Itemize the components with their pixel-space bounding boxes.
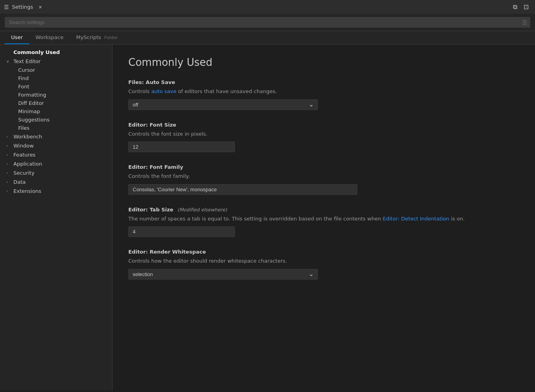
setting-editor-font-family-description: Controls the font family. bbox=[128, 172, 519, 180]
chevron-right-icon: › bbox=[6, 180, 13, 184]
sidebar-item-font[interactable]: Font bbox=[0, 82, 112, 91]
sidebar-item-diff-editor[interactable]: Diff Editor bbox=[0, 99, 112, 107]
detect-indentation-link[interactable]: Editor: Detect Indentation bbox=[383, 216, 449, 222]
auto-save-link[interactable]: auto save bbox=[151, 88, 176, 94]
tab-user[interactable]: User bbox=[5, 31, 29, 44]
chevron-right-icon: › bbox=[6, 171, 13, 175]
setting-editor-font-family-label: Editor: Font Family bbox=[128, 164, 519, 170]
sidebar-item-find[interactable]: Find bbox=[0, 74, 112, 82]
main-layout: Commonly Used ∨ Text Editor Cursor Find … bbox=[0, 45, 535, 390]
sidebar-item-features[interactable]: › Features bbox=[0, 150, 112, 159]
editor-font-size-input[interactable] bbox=[128, 142, 235, 152]
chevron-right-icon: › bbox=[6, 189, 13, 193]
setting-editor-font-size-label: Editor: Font Size bbox=[128, 122, 519, 128]
setting-editor-font-size: Editor: Font Size Controls the font size… bbox=[128, 122, 519, 153]
files-auto-save-select-wrapper: off afterDelay onFocusChange onWindowCha… bbox=[128, 99, 318, 110]
sidebar-item-text-editor[interactable]: ∨ Text Editor bbox=[0, 57, 112, 66]
sidebar-item-extensions[interactable]: › Extensions bbox=[0, 187, 112, 196]
open-settings-json-button[interactable]: ⧉ bbox=[511, 2, 520, 11]
sidebar-item-cursor[interactable]: Cursor bbox=[0, 66, 112, 74]
setting-editor-tab-size-description: The number of spaces a tab is equal to. … bbox=[128, 215, 519, 223]
tab-workspace[interactable]: Workspace bbox=[29, 31, 70, 44]
chevron-right-icon: › bbox=[6, 134, 13, 139]
sidebar-item-data[interactable]: › Data bbox=[0, 177, 112, 187]
sidebar-item-security[interactable]: › Security bbox=[0, 168, 112, 177]
setting-modified-note: (Modified elsewhere) bbox=[177, 207, 227, 213]
sidebar-item-formatting[interactable]: Formatting bbox=[0, 91, 112, 99]
tab-myscripts-sublabel: Folder bbox=[104, 35, 118, 40]
content-area: Commonly Used Files: Auto Save Controls … bbox=[113, 45, 535, 390]
sidebar-item-application[interactable]: › Application bbox=[0, 159, 112, 168]
title-bar-actions: ⧉ ⊡ bbox=[511, 2, 531, 11]
setting-files-auto-save: Files: Auto Save Controls auto save of e… bbox=[128, 79, 519, 110]
split-editor-button[interactable]: ⊡ bbox=[521, 2, 531, 11]
title-bar: ☰ Settings × ⧉ ⊡ bbox=[0, 0, 535, 14]
sidebar-item-files[interactable]: Files bbox=[0, 124, 112, 132]
tabs-bar: User Workspace MyScripts Folder bbox=[0, 31, 535, 45]
sidebar-item-workbench[interactable]: › Workbench bbox=[0, 132, 112, 141]
setting-editor-font-size-description: Controls the font size in pixels. bbox=[128, 130, 519, 138]
sidebar-item-minimap[interactable]: Minimap bbox=[0, 107, 112, 116]
sidebar-item-window[interactable]: › Window bbox=[0, 141, 112, 150]
setting-editor-render-whitespace: Editor: Render Whitespace Controls how t… bbox=[128, 249, 519, 280]
sidebar: Commonly Used ∨ Text Editor Cursor Find … bbox=[0, 45, 113, 390]
editor-tab-size-input[interactable] bbox=[128, 226, 235, 237]
files-auto-save-select[interactable]: off afterDelay onFocusChange onWindowCha… bbox=[128, 99, 318, 110]
setting-editor-render-whitespace-description: Controls how the editor should render wh… bbox=[128, 257, 519, 265]
close-tab-button[interactable]: × bbox=[36, 3, 44, 11]
sidebar-item-suggestions[interactable]: Suggestions bbox=[0, 116, 112, 124]
editor-font-family-input[interactable] bbox=[128, 184, 357, 195]
menu-icon: ☰ bbox=[4, 4, 9, 10]
editor-render-whitespace-select[interactable]: none boundary selection trailing all bbox=[128, 269, 318, 280]
sidebar-item-commonly-used[interactable]: Commonly Used bbox=[0, 48, 112, 57]
editor-render-whitespace-select-wrapper: none boundary selection trailing all bbox=[128, 269, 318, 280]
setting-editor-tab-size-label: Editor: Tab Size (Modified elsewhere) bbox=[128, 207, 519, 213]
setting-editor-render-whitespace-label: Editor: Render Whitespace bbox=[128, 249, 519, 255]
tab-title: Settings bbox=[12, 4, 33, 10]
search-input[interactable] bbox=[5, 17, 530, 28]
chevron-right-icon: › bbox=[6, 153, 13, 157]
chevron-down-icon: ∨ bbox=[6, 59, 13, 63]
setting-editor-font-family: Editor: Font Family Controls the font fa… bbox=[128, 164, 519, 195]
tab-myscripts[interactable]: MyScripts Folder bbox=[70, 31, 124, 44]
search-bar-container: ☰ bbox=[0, 14, 535, 31]
setting-editor-tab-size: Editor: Tab Size (Modified elsewhere) Th… bbox=[128, 207, 519, 237]
chevron-right-icon: › bbox=[6, 144, 13, 148]
setting-files-auto-save-label: Files: Auto Save bbox=[128, 79, 519, 85]
chevron-right-icon: › bbox=[6, 162, 13, 166]
setting-files-auto-save-description: Controls auto save of editors that have … bbox=[128, 88, 519, 95]
section-title: Commonly Used bbox=[128, 56, 519, 68]
